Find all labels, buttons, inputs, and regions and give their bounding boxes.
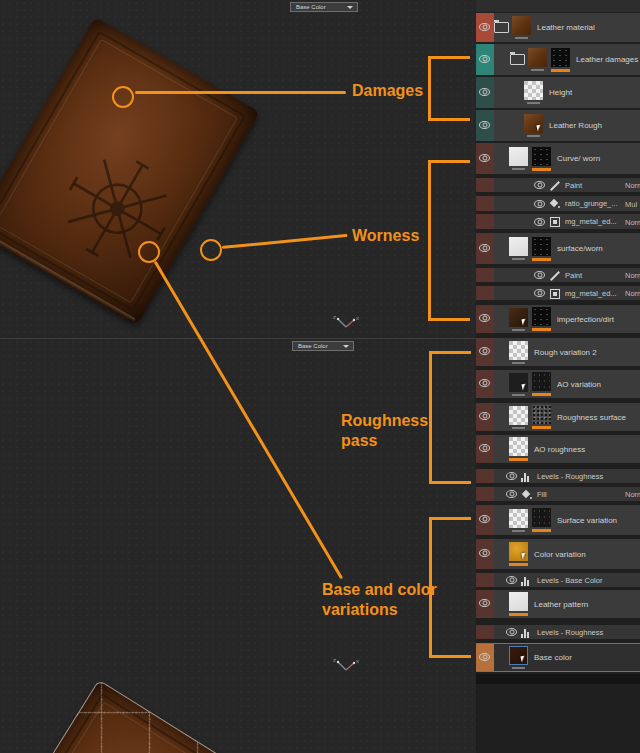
blend-mode-value[interactable]: Norm bbox=[625, 217, 640, 226]
visibility-eye-icon[interactable] bbox=[534, 289, 545, 297]
visibility-eye-icon[interactable] bbox=[479, 244, 490, 252]
layer-row[interactable]: Base color bbox=[476, 643, 640, 672]
visibility-eye-icon[interactable] bbox=[479, 88, 490, 96]
mask-thumb[interactable] bbox=[532, 405, 551, 424]
opacity-underline bbox=[512, 329, 525, 331]
leather-thumb[interactable] bbox=[524, 114, 543, 133]
visibility-eye-icon[interactable] bbox=[479, 154, 490, 162]
generator-icon bbox=[549, 216, 560, 227]
visibility-eye-icon[interactable] bbox=[534, 181, 545, 189]
transparent-checker-thumb[interactable] bbox=[509, 341, 528, 360]
layer-row[interactable]: surface/worn bbox=[476, 233, 640, 264]
channel-select-dropdown[interactable]: Base Color bbox=[290, 2, 358, 12]
layer-row[interactable]: Color variation bbox=[476, 539, 640, 569]
effect-row[interactable]: ratio_grunge_...Mul bbox=[476, 196, 640, 211]
channel-select-dropdown[interactable]: Base Color bbox=[292, 341, 354, 351]
channel-select-value: Base Color bbox=[298, 343, 328, 349]
layer-row[interactable]: Height bbox=[476, 77, 640, 108]
blend-mode-value[interactable]: Norm bbox=[625, 490, 640, 499]
layer-row-content: surface/worn bbox=[509, 233, 603, 264]
layer-row-content: Surface variation bbox=[509, 505, 617, 535]
visibility-eye-icon[interactable] bbox=[506, 490, 517, 498]
chevron-down-icon bbox=[343, 345, 349, 348]
blend-mode-value[interactable]: Mul bbox=[625, 199, 637, 208]
effect-row[interactable]: FillNorm bbox=[476, 487, 640, 501]
mask-active-underline bbox=[532, 328, 551, 331]
blend-mode-value[interactable]: Norm bbox=[625, 289, 640, 298]
effect-row[interactable]: mg_metal_ed...Norm bbox=[476, 286, 640, 300]
layer-row[interactable]: Leather material bbox=[476, 13, 640, 42]
layer-group-color-strip bbox=[476, 286, 494, 300]
mask-thumb[interactable] bbox=[532, 372, 551, 391]
viewport-3d-wireframe[interactable]: Base Color z x bbox=[0, 339, 476, 753]
levels-icon bbox=[521, 471, 532, 482]
layer-row[interactable]: Leather Rough bbox=[476, 110, 640, 141]
visibility-eye-icon[interactable] bbox=[479, 444, 490, 452]
mask-thumb[interactable] bbox=[532, 237, 551, 256]
fill-thumb[interactable] bbox=[509, 592, 528, 611]
visibility-eye-icon[interactable] bbox=[534, 271, 545, 279]
mask-thumb[interactable] bbox=[532, 508, 551, 527]
visibility-eye-icon[interactable] bbox=[506, 576, 517, 584]
fill-bucket-icon bbox=[521, 489, 532, 500]
visibility-eye-icon[interactable] bbox=[479, 347, 490, 355]
layer-name-label: Roughness surface bbox=[557, 413, 626, 422]
effect-row[interactable]: Levels - Roughness bbox=[476, 625, 640, 639]
fill-thumb[interactable] bbox=[509, 147, 528, 166]
visibility-eye-icon[interactable] bbox=[534, 218, 545, 226]
mask-thumb[interactable] bbox=[532, 307, 551, 326]
layer-name-label: surface/worn bbox=[557, 244, 603, 253]
transparent-checker-thumb[interactable] bbox=[524, 81, 543, 100]
layer-row[interactable]: AO roughness bbox=[476, 435, 640, 463]
leather-thumb[interactable] bbox=[528, 48, 547, 67]
layer-row[interactable]: Roughness surface bbox=[476, 403, 640, 431]
thumbnail-wrapper bbox=[509, 147, 528, 170]
mask-thumb[interactable] bbox=[551, 48, 570, 67]
mask-active-underline bbox=[509, 563, 528, 566]
mask-thumb[interactable] bbox=[532, 147, 551, 166]
layer-row[interactable]: imperfection/dirt bbox=[476, 305, 640, 333]
leather-thumb[interactable] bbox=[512, 16, 531, 35]
visibility-eye-icon[interactable] bbox=[479, 599, 490, 607]
axis-x-label: x bbox=[356, 658, 359, 664]
effect-row[interactable]: PaintNorm bbox=[476, 178, 640, 192]
layer-row[interactable]: Surface variation bbox=[476, 505, 640, 535]
transparent-checker-thumb[interactable] bbox=[509, 437, 528, 456]
effect-row[interactable]: PaintNorm bbox=[476, 268, 640, 282]
visibility-eye-icon[interactable] bbox=[506, 472, 517, 480]
panel-end-divider bbox=[476, 674, 640, 684]
visibility-eye-icon[interactable] bbox=[534, 200, 545, 208]
blend-mode-value[interactable]: Norm bbox=[625, 181, 640, 190]
visibility-eye-icon[interactable] bbox=[479, 379, 490, 387]
navigation-gizmo[interactable]: z x bbox=[333, 657, 359, 673]
layer-row[interactable]: Leather pattern bbox=[476, 590, 640, 618]
effect-row[interactable]: mg_metal_ed...Norm bbox=[476, 214, 640, 229]
layer-row[interactable]: Curve/ worn bbox=[476, 143, 640, 174]
visibility-eye-icon[interactable] bbox=[479, 653, 490, 661]
visibility-eye-icon[interactable] bbox=[479, 23, 490, 31]
visibility-eye-icon[interactable] bbox=[479, 412, 490, 420]
navigation-gizmo[interactable]: z x bbox=[333, 314, 359, 330]
visibility-eye-icon[interactable] bbox=[479, 121, 490, 129]
layer-row[interactable]: AO variation bbox=[476, 370, 640, 398]
fill-thumb[interactable] bbox=[509, 373, 528, 392]
fill-thumb[interactable] bbox=[509, 542, 528, 561]
fill-thumb[interactable] bbox=[509, 237, 528, 256]
blend-mode-value[interactable]: Norm bbox=[625, 271, 640, 280]
generator-icon bbox=[549, 288, 560, 299]
fill-thumb[interactable] bbox=[509, 646, 528, 665]
effect-row[interactable]: Levels - Roughness bbox=[476, 469, 640, 483]
viewport-3d[interactable]: Base Color z x bbox=[0, 0, 476, 339]
visibility-eye-icon[interactable] bbox=[479, 314, 490, 322]
effect-row[interactable]: Levels - Base Color bbox=[476, 573, 640, 587]
leather-thumb[interactable] bbox=[509, 308, 528, 327]
layer-row-content: Levels - Base Color bbox=[506, 573, 602, 587]
visibility-eye-icon[interactable] bbox=[479, 515, 490, 523]
visibility-eye-icon[interactable] bbox=[506, 628, 517, 636]
transparent-checker-thumb[interactable] bbox=[509, 509, 528, 528]
visibility-eye-icon[interactable] bbox=[479, 55, 490, 63]
layer-row[interactable]: Rough variation 2 bbox=[476, 338, 640, 366]
layer-row[interactable]: Leather damages bbox=[476, 44, 640, 75]
transparent-checker-thumb[interactable] bbox=[509, 406, 528, 425]
visibility-eye-icon[interactable] bbox=[479, 549, 490, 557]
